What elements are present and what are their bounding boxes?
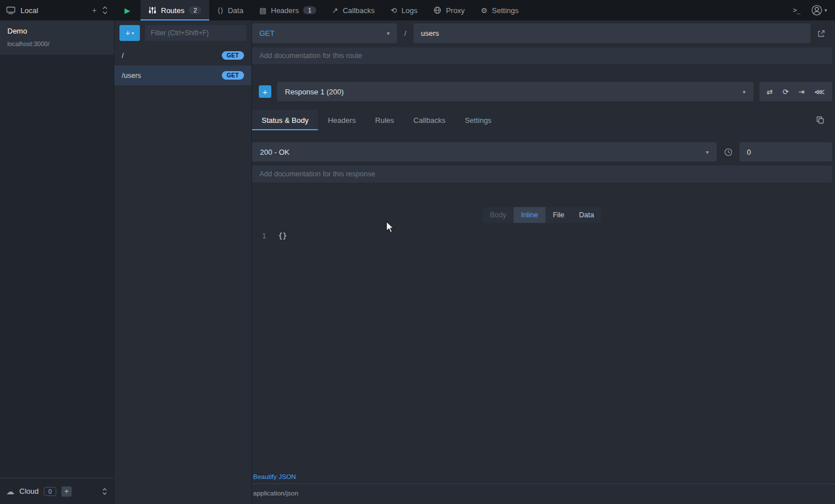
route-path-input[interactable] — [414, 23, 811, 43]
tab-data[interactable]: ⟨⟩ Data — [209, 0, 251, 20]
method-badge: GET — [222, 71, 244, 80]
line-number: 1 — [252, 231, 272, 472]
disable-rules-icon[interactable]: ⇥ — [799, 88, 805, 96]
chevron-down-icon: ▾ — [132, 31, 134, 36]
route-documentation-input[interactable] — [252, 47, 832, 64]
headers-count-badge: 1 — [303, 6, 316, 14]
chevron-down-icon: ▾ — [387, 30, 390, 36]
tab-status-body[interactable]: Status & Body — [252, 110, 318, 130]
sequential-response-icon[interactable]: ⟳ — [783, 88, 789, 96]
response-documentation-input[interactable] — [252, 166, 832, 183]
logs-icon: ⟲ — [391, 6, 397, 15]
body-type-inline[interactable]: Inline — [514, 207, 545, 223]
route-path: / — [122, 52, 123, 60]
add-route-button[interactable]: + ▾ — [119, 25, 140, 41]
callbacks-icon: ↗ — [332, 6, 338, 15]
data-icon: ⟨⟩ — [217, 6, 223, 15]
start-environment-button[interactable]: ▶ — [125, 6, 130, 15]
body-type-toggle: Body Inline File Data — [483, 207, 602, 223]
cloud-icon: ☁ — [6, 487, 14, 496]
route-item-users[interactable]: /users GET — [114, 65, 251, 85]
settings-icon: ⚙ — [481, 6, 487, 15]
account-menu[interactable]: ▾ — [811, 5, 827, 16]
beautify-json-link[interactable]: Beautify JSON — [252, 473, 296, 484]
body-type-data[interactable]: Data — [572, 207, 601, 223]
route-editor: GET ▾ / + Response 1 (200) ▾ ⇄ ⟳ ⇥ ⋘ Sta… — [252, 20, 835, 504]
headers-icon: ▤ — [259, 6, 266, 15]
status-code-select[interactable]: 200 - OK ▾ — [252, 142, 717, 162]
body-type-file[interactable]: File — [545, 207, 572, 223]
editor-content: {} — [272, 231, 832, 472]
copy-icon[interactable] — [816, 116, 832, 124]
status-code-value: 200 - OK — [260, 148, 290, 156]
sort-environments-icon[interactable] — [102, 488, 108, 495]
body-code-editor[interactable]: 1 {} — [252, 231, 832, 472]
tab-routes[interactable]: Routes 2 — [140, 0, 209, 20]
response-tabs: Status & Body Headers Rules Callbacks Se… — [252, 110, 832, 130]
environments-sidebar: Demo localhost:3000/ ☁ Cloud 0 + — [0, 20, 114, 504]
tab-response-callbacks[interactable]: Callbacks — [404, 110, 455, 130]
response-mode-buttons: ⇄ ⟳ ⇥ ⋘ — [759, 82, 832, 101]
account-icon — [811, 5, 822, 16]
collapse-environments-icon[interactable] — [102, 6, 108, 14]
chevron-down-icon: ▾ — [743, 89, 746, 95]
tab-label: Logs — [402, 6, 418, 15]
open-route-in-browser-icon[interactable] — [811, 23, 832, 43]
content-type-label: application/json — [252, 484, 832, 504]
environment-name: Demo — [7, 27, 106, 35]
tab-proxy[interactable]: Proxy — [425, 0, 473, 20]
cloud-count-badge: 0 — [44, 487, 56, 496]
cloud-label: Cloud — [19, 487, 39, 495]
local-label: Local — [20, 6, 38, 15]
method-value: GET — [259, 29, 275, 38]
body-type-label: Body — [483, 207, 514, 223]
editor-footer: Beautify JSON application/json — [252, 472, 832, 504]
latency-clock-icon — [717, 148, 739, 156]
chevron-down-icon: ▾ — [706, 149, 709, 155]
response-select[interactable]: Response 1 (200) ▾ — [277, 82, 754, 101]
tab-response-settings[interactable]: Settings — [455, 110, 501, 130]
routes-count-badge: 2 — [189, 6, 201, 14]
routes-filter-input[interactable] — [145, 25, 246, 41]
topbar: Local + ▶ Routes 2 ⟨⟩ Data ▤ — [0, 0, 835, 20]
fallback-mode-icon[interactable]: ⋘ — [815, 88, 825, 96]
tab-label: Callbacks — [342, 6, 374, 15]
tab-response-headers[interactable]: Headers — [318, 110, 365, 130]
add-environment-icon[interactable]: + — [92, 6, 97, 15]
response-label: Response 1 (200) — [285, 88, 344, 96]
local-instance-header: Local + — [0, 0, 114, 20]
routes-icon — [148, 6, 156, 14]
environment-item-demo[interactable]: Demo localhost:3000/ — [0, 20, 114, 55]
path-separator: / — [397, 23, 414, 43]
tab-headers[interactable]: ▤ Headers 1 — [251, 0, 324, 20]
latency-input[interactable] — [739, 142, 832, 162]
method-select[interactable]: GET ▾ — [252, 23, 397, 43]
route-path: /users — [122, 72, 141, 80]
method-badge: GET — [222, 51, 244, 60]
route-item-root[interactable]: / GET — [114, 46, 251, 65]
routes-panel: + ▾ / GET /users GET — [114, 20, 252, 504]
tab-logs[interactable]: ⟲ Logs — [383, 0, 425, 20]
main-tabs: Routes 2 ⟨⟩ Data ▤ Headers 1 ↗ Callbacks… — [140, 0, 527, 20]
environment-url: localhost:3000/ — [7, 40, 106, 47]
tab-settings[interactable]: ⚙ Settings — [473, 0, 527, 20]
tab-label: Proxy — [446, 6, 465, 15]
proxy-icon — [433, 6, 441, 14]
tab-label: Settings — [492, 6, 519, 15]
tab-label: Headers — [271, 6, 299, 15]
add-response-button[interactable]: + — [259, 85, 271, 98]
tab-label: Data — [228, 6, 243, 15]
terminal-icon[interactable]: >_ — [793, 6, 800, 14]
chevron-down-icon: ▾ — [824, 7, 827, 13]
add-cloud-environment-button[interactable]: + — [61, 486, 72, 497]
plus-icon: + — [263, 87, 268, 97]
random-response-icon[interactable]: ⇄ — [767, 88, 773, 96]
tab-label: Routes — [161, 6, 184, 15]
plus-icon: + — [125, 28, 130, 38]
cloud-section[interactable]: ☁ Cloud 0 + — [0, 478, 114, 504]
tab-rules[interactable]: Rules — [366, 110, 404, 130]
tab-callbacks[interactable]: ↗ Callbacks — [324, 0, 383, 20]
monitor-icon — [6, 6, 15, 14]
